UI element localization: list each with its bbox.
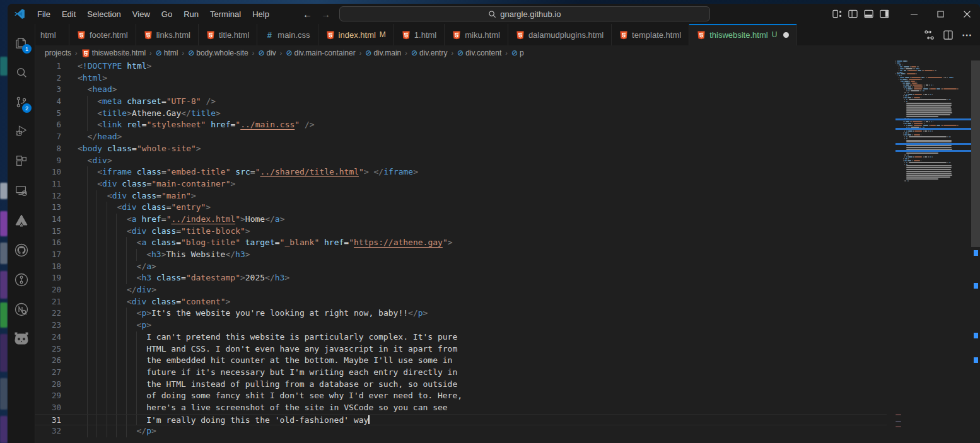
breadcrumb-item-thiswebsite-html[interactable]: thiswebsite.html [81, 49, 146, 58]
a-logo-icon[interactable] [8, 205, 35, 235]
live-search-extension-icon[interactable] [8, 294, 35, 324]
menu-terminal[interactable]: Terminal [204, 8, 247, 21]
line-number: 24 [35, 331, 61, 343]
breadcrumb-item-body-whole-site[interactable]: ⊘body.whole-site [187, 49, 249, 57]
git-status-badge: U [772, 30, 778, 39]
split-editor-icon[interactable] [943, 30, 953, 40]
html-file-icon [402, 30, 411, 40]
tab-dalamudplugins-html[interactable]: dalamudplugins.html [508, 24, 612, 45]
html-file-icon [452, 30, 461, 40]
close-button[interactable] [954, 4, 980, 24]
minimap-find-highlight [895, 143, 971, 145]
line-number: 6 [35, 119, 61, 131]
vscode-window: FileEditSelectionViewGoRunTerminalHelp ←… [8, 4, 980, 443]
toggle-panel-icon[interactable] [864, 9, 873, 18]
tab-miku-html[interactable]: miku.html [445, 24, 508, 45]
breadcrumb-item-projects[interactable]: projects [44, 49, 72, 57]
toggle-sidebar-icon[interactable] [848, 9, 858, 18]
search-sidebar-icon[interactable] [8, 57, 35, 87]
menu-file[interactable]: File [32, 8, 56, 21]
menu-run[interactable]: Run [178, 8, 204, 21]
tab-html[interactable]: html [35, 24, 69, 45]
scm-badge: 2 [22, 103, 32, 113]
breadcrumb-item-div-main[interactable]: ⊘div.main [365, 49, 402, 57]
line-number: 31 [35, 415, 61, 425]
breadcrumb-item-div-content[interactable]: ⊘div.content [457, 49, 502, 57]
line-number: 20 [35, 284, 61, 296]
line-number: 30 [35, 402, 61, 414]
toggle-secondary-sidebar-icon[interactable] [880, 9, 889, 18]
vscode-logo-icon [14, 8, 25, 20]
tab-thiswebsite-html[interactable]: thiswebsite.htmlU [689, 24, 797, 45]
breadcrumb-separator: › [75, 49, 78, 57]
tab-main-css[interactable]: #main.css [257, 24, 318, 45]
breadcrumb-item-div[interactable]: ⊘div [257, 49, 276, 57]
run-debug-icon[interactable] [8, 117, 35, 146]
line-number: 32 [35, 425, 61, 437]
search-icon [488, 10, 496, 18]
code-line-24: 24I can't pretend this website is partic… [35, 331, 887, 343]
code-line-31: 31I'm really doing this the 'old-fashion… [35, 414, 887, 426]
gitlens-icon[interactable] [8, 265, 35, 294]
breadcrumb: projects›thiswebsite.html›⊘html›⊘body.wh… [35, 45, 980, 60]
tab-template-html[interactable]: template.html [612, 24, 689, 45]
vertical-scrollbar[interactable] [971, 60, 980, 443]
customize-layout-icon[interactable] [832, 9, 842, 18]
maximize-button[interactable] [927, 4, 954, 24]
remote-explorer-icon[interactable] [8, 176, 35, 205]
symbol-element-icon: ⊘ [258, 49, 264, 57]
code-line-8: 8<body class="whole-site"> [35, 143, 887, 155]
line-number: 27 [35, 367, 61, 379]
dirty-indicator-icon[interactable] [783, 32, 789, 38]
minimize-button[interactable] [901, 4, 927, 24]
code-line-27: 27future if it's necessary but I'm writi… [35, 367, 887, 379]
tab-links-html[interactable]: links.html [136, 24, 199, 45]
tab-title-html[interactable]: title.html [199, 24, 257, 45]
code-line-12: 12<div class="main"> [35, 190, 887, 202]
code-line-18: 18</a> [35, 261, 887, 273]
line-number: 10 [35, 166, 61, 178]
line-number: 8 [35, 143, 61, 155]
menu-view[interactable]: View [127, 8, 156, 21]
line-number: 9 [35, 155, 61, 167]
activity-bar: 1 2 [8, 24, 35, 443]
tab-index-html[interactable]: index.htmlM [318, 24, 394, 45]
tab-footer-html[interactable]: footer.html [69, 24, 136, 45]
extensions-icon[interactable] [8, 146, 35, 176]
explorer-badge: 1 [22, 44, 32, 54]
menu-help[interactable]: Help [247, 8, 275, 21]
line-number: 18 [35, 261, 61, 273]
nav-forward-icon[interactable]: → [321, 9, 330, 20]
breadcrumb-item-div-main-container[interactable]: ⊘div.main-container [285, 49, 356, 57]
breadcrumb-separator: › [252, 49, 255, 57]
robot-icon[interactable] [8, 324, 35, 354]
line-number: 12 [35, 190, 61, 202]
minimap[interactable] [895, 60, 971, 443]
line-number: 11 [35, 178, 61, 190]
menu-go[interactable]: Go [156, 8, 178, 21]
tab-1-html[interactable]: 1.html [394, 24, 445, 45]
tab-label: template.html [632, 30, 681, 40]
explorer-icon[interactable]: 1 [8, 28, 35, 57]
code-line-7: 7</head> [35, 131, 887, 143]
symbol-element-icon: ⊘ [365, 49, 371, 57]
line-number: 2 [35, 72, 61, 84]
code-line-28: 28the HTML instead of pulling from a dat… [35, 379, 887, 391]
open-changes-icon[interactable] [924, 30, 935, 40]
menu-edit[interactable]: Edit [56, 8, 81, 21]
command-center-search[interactable]: gnargle.github.io [339, 6, 710, 21]
github-icon[interactable] [8, 235, 35, 265]
tab-label: dalamudplugins.html [528, 30, 604, 40]
source-control-icon[interactable]: 2 [8, 87, 35, 117]
breadcrumb-item-html[interactable]: ⊘html [155, 49, 179, 57]
more-actions-icon[interactable]: ⋯ [962, 29, 972, 41]
scrollbar-thumb[interactable] [971, 60, 980, 247]
line-number: 16 [35, 237, 61, 249]
nav-back-icon[interactable]: ← [303, 9, 312, 20]
minimap-find-highlight [895, 150, 971, 152]
code-editor[interactable]: 1<!DOCTYPE html>2<html>3<head>4<meta cha… [35, 60, 980, 443]
breadcrumb-item-div-entry[interactable]: ⊘div.entry [411, 49, 448, 57]
code-line-21: 21<div class="content"> [35, 296, 887, 308]
menu-selection[interactable]: Selection [81, 8, 126, 21]
breadcrumb-item-p[interactable]: ⊘p [511, 49, 525, 57]
